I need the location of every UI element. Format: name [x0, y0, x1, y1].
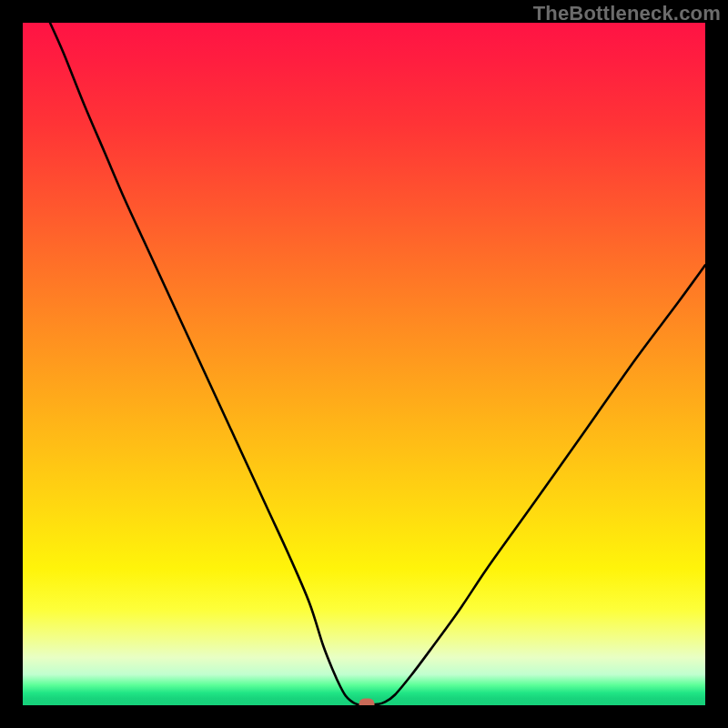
- watermark: TheBottleneck.com: [533, 2, 721, 25]
- data-marker: [359, 699, 375, 705]
